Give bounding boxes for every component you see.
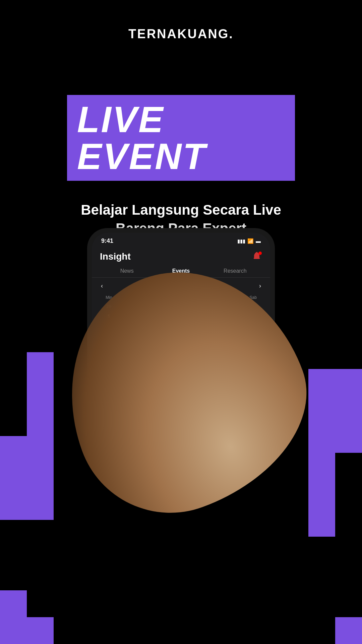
tab-news[interactable]: News: [100, 265, 154, 277]
deco-right-black-block: [335, 453, 362, 537]
status-bar: 9:41 ▮▮▮ 📶 ▬: [92, 233, 270, 247]
live-event-text: LIVE EVENT: [77, 101, 285, 175]
subtitle-line1: Belajar Langsung Secara Live: [0, 201, 362, 219]
hand-image: [34, 238, 335, 539]
notification-icon[interactable]: [251, 251, 262, 262]
calendar-next-button[interactable]: ›: [255, 281, 265, 290]
deco-bottom-right-block: [335, 617, 362, 644]
phone-mockup: 9:41 ▮▮▮ 📶 ▬ Insight: [87, 228, 275, 466]
signal-icon: ▮▮▮: [237, 238, 245, 244]
brand-name: TERNAKUANG.: [128, 27, 234, 41]
brand-header: TERNAKUANG.: [0, 0, 362, 41]
wifi-icon: 📶: [247, 238, 254, 244]
battery-icon: ▬: [256, 238, 261, 244]
phone-icons: ▮▮▮ 📶 ▬: [237, 238, 261, 244]
app-title: Insight: [100, 251, 131, 262]
phone-time: 9:41: [101, 237, 113, 245]
live-event-banner: LIVE EVENT: [67, 95, 295, 181]
tab-research[interactable]: Research: [208, 265, 262, 277]
svg-point-0: [258, 252, 262, 255]
calendar-prev-button[interactable]: ‹: [97, 281, 107, 290]
deco-bottom-left-black-block: [27, 590, 54, 617]
deco-left-black-block: [0, 352, 27, 436]
app-header: Insight: [92, 247, 270, 265]
